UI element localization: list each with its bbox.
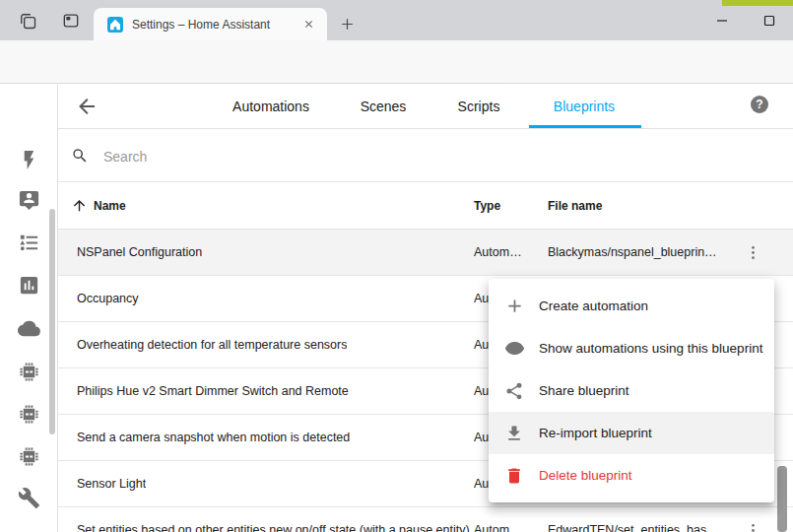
row-name: Occupancy	[77, 292, 139, 305]
browser-tab-strip: Settings – Home Assistant	[0, 0, 793, 40]
new-tab-button[interactable]	[335, 12, 359, 35]
active-tab-indicator	[529, 125, 641, 128]
chip-icon[interactable]	[18, 403, 40, 426]
row-menu-kebab-icon[interactable]	[741, 518, 764, 532]
row-name: Philips Hue v2 Smart Dimmer Switch and R…	[77, 384, 349, 398]
menu-item-create-automation[interactable]: Create automation	[489, 285, 774, 327]
tab-scenes[interactable]: Scenes	[361, 99, 407, 114]
tab-title: Settings – Home Assistant	[132, 18, 299, 32]
row-name: Sensor Light	[77, 477, 146, 491]
chip-icon[interactable]	[18, 445, 40, 468]
eye-icon	[502, 337, 526, 361]
tab-close-icon[interactable]	[299, 16, 317, 33]
download-icon	[502, 422, 526, 445]
tab-automations[interactable]: Automations	[232, 99, 309, 114]
site-favicon	[107, 17, 123, 33]
menu-item-label: Show automations using this blueprint	[539, 341, 762, 356]
browser-toolbar: Not secure homeassistant.local :8123/… A	[0, 40, 793, 84]
share-icon	[502, 379, 526, 403]
app-sidebar	[0, 84, 58, 532]
help-icon[interactable]: ?	[751, 96, 768, 113]
menu-item-reimport-blueprint[interactable]: Re-import blueprint	[489, 412, 774, 454]
menu-item-show-automations[interactable]: Show automations using this blueprint	[489, 327, 774, 369]
menu-item-label: Re-import blueprint	[539, 426, 652, 440]
app-header: Automations Scenes Scripts Blueprints	[0, 84, 793, 129]
tab-scripts[interactable]: Scripts	[458, 99, 500, 114]
table-row[interactable]: NSPanel Configuration Autom… Blackymas/n…	[58, 230, 793, 276]
menu-item-label: Create automation	[539, 299, 648, 313]
table-row[interactable]: Set entities based on other entities new…	[58, 507, 793, 532]
menu-item-share-blueprint[interactable]: Share blueprint	[489, 369, 774, 412]
search-bar[interactable]	[58, 129, 793, 182]
row-name: Send a camera snapshot when motion is de…	[77, 431, 350, 444]
row-type: Autom…	[474, 523, 522, 532]
menu-item-label: Share blueprint	[539, 383, 629, 398]
list-bulleted-icon[interactable]	[18, 232, 40, 254]
trash-icon	[502, 464, 526, 488]
maximize-button[interactable]	[755, 8, 784, 33]
row-name: Set entities based on other entities new…	[77, 523, 470, 532]
browser-tab[interactable]: Settings – Home Assistant	[94, 8, 327, 40]
page-scrollbar[interactable]	[777, 466, 787, 532]
menu-item-label: Delete blueprint	[539, 468, 632, 483]
person-tooltip-icon[interactable]	[18, 189, 40, 212]
cloud-icon[interactable]	[18, 317, 40, 340]
row-menu-kebab-icon[interactable]	[741, 240, 764, 264]
column-file[interactable]: File name	[548, 199, 602, 213]
row-file: EdwardTEN/set_entities_bas…	[548, 523, 719, 532]
workspaces-icon[interactable]	[16, 9, 39, 33]
plus-icon	[502, 295, 526, 318]
row-name: Overheating detection for all temperatur…	[77, 338, 347, 352]
column-name[interactable]: Name	[94, 199, 126, 213]
row-name: NSPanel Configuration	[77, 245, 202, 259]
sidebar-scrollbar[interactable]	[49, 209, 55, 434]
context-menu: Create automation Show automations using…	[489, 279, 774, 502]
menu-item-delete-blueprint[interactable]: Delete blueprint	[489, 454, 774, 497]
chip-icon[interactable]	[18, 361, 40, 383]
lightning-bolt-icon[interactable]	[18, 149, 40, 171]
bar-chart-icon[interactable]	[18, 274, 40, 297]
search-input[interactable]	[101, 143, 736, 170]
row-file: Blackymas/nspanel_blueprin…	[548, 245, 717, 259]
wrench-icon[interactable]	[18, 487, 40, 509]
tab-blueprints[interactable]: Blueprints	[554, 99, 615, 114]
search-icon	[71, 147, 89, 165]
sort-ascending-icon[interactable]	[71, 197, 88, 214]
app-back-button[interactable]	[75, 95, 99, 118]
browser-window: Settings – Home Assistant	[0, 0, 793, 532]
tab-actions-icon[interactable]	[59, 9, 83, 33]
row-type: Autom…	[474, 245, 522, 259]
minimize-button[interactable]	[707, 8, 737, 33]
table-header: Name Type File name	[58, 182, 793, 230]
column-type[interactable]: Type	[474, 199, 500, 213]
screen-edge-artifact	[722, 0, 793, 6]
